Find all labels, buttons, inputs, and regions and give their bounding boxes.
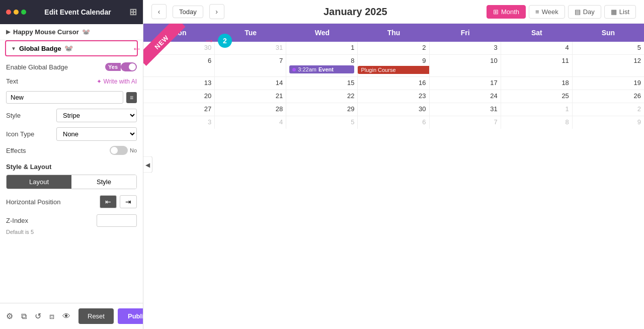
cal-cell-w6d6[interactable]: 8 (501, 116, 573, 129)
cal-cell-w1d7[interactable]: 5 (573, 42, 644, 54)
plugin-label: ▶ Happy Mouse Cursor 🐭 (0, 24, 143, 40)
date-8b: 8 (504, 118, 569, 126)
cal-cell-w4d2[interactable]: 21 (215, 90, 286, 103)
publish-button[interactable]: Publish (118, 308, 143, 324)
cal-cell-w2d6[interactable]: 11 (501, 55, 573, 76)
prev-month-btn[interactable]: ‹ (151, 4, 167, 19)
cal-cell-w1d5[interactable]: 3 (430, 42, 501, 54)
view-month-btn[interactable]: ⊞ Month (487, 5, 526, 19)
preview-icon[interactable]: 👁 (62, 312, 70, 321)
view-week-label: Week (542, 8, 558, 16)
cal-cell-w4d6[interactable]: 25 (501, 90, 573, 103)
cal-cell-w3d5[interactable]: 17 (430, 77, 501, 90)
cal-cell-w6d5[interactable]: 7 (430, 116, 501, 129)
calendar-week-4: 20 21 22 23 24 25 26 (143, 90, 644, 103)
date-3b: 3 (146, 118, 211, 126)
grid-icon[interactable]: ⊞ (129, 7, 137, 18)
calendar-week-1: 30 31 1 2 3 4 5 (143, 42, 644, 55)
view-list-btn[interactable]: ▦ List (604, 5, 636, 19)
style-label: Style (6, 112, 21, 119)
event-plugin-course[interactable]: Plugin Course (358, 66, 429, 74)
duplicate-icon[interactable]: ⧈ (49, 312, 54, 321)
cal-cell-w5d4[interactable]: 30 (358, 103, 429, 116)
cal-cell-w3d2[interactable]: 14 (215, 77, 286, 90)
history-icon[interactable]: ↺ (35, 311, 41, 321)
cal-cell-w2d7[interactable]: 12 (573, 55, 644, 76)
tab-style[interactable]: Style (71, 175, 136, 189)
collapse-panel-tab[interactable]: ◀ (143, 156, 152, 173)
layers-icon[interactable]: ⧉ (21, 312, 27, 321)
date-12: 12 (576, 57, 641, 64)
text-align-icon[interactable]: ≡ (126, 92, 137, 103)
align-left-btn[interactable]: ⇤ (100, 195, 117, 208)
today-btn[interactable]: Today (173, 6, 203, 18)
cal-cell-w5d2[interactable]: 28 (215, 103, 286, 116)
plugin-emoji: 🐭 (82, 28, 90, 36)
day-fri: Fri (430, 24, 501, 42)
cal-cell-w1d1[interactable]: 30 (143, 42, 215, 54)
cal-cell-w6d3[interactable]: 5 (286, 116, 358, 129)
dot-green[interactable] (21, 10, 26, 15)
cal-cell-w4d1[interactable]: 20 (143, 90, 215, 103)
date-25: 25 (504, 92, 569, 100)
event-time: 3:22am (298, 66, 316, 72)
cal-cell-w2d4[interactable]: 9 Plugin Course (358, 55, 429, 76)
icon-type-label: Icon Type (6, 130, 34, 138)
next-month-btn[interactable]: › (209, 4, 224, 19)
badge-text-input[interactable] (6, 91, 123, 104)
section-header[interactable]: ▼ Global Badge 🐭 (5, 40, 138, 56)
section-title: Global Badge (19, 45, 61, 52)
dot-yellow[interactable] (14, 10, 19, 15)
toggle-switch[interactable] (121, 62, 137, 71)
dot-red[interactable] (6, 10, 11, 15)
event-label: Event (318, 66, 334, 72)
zindex-label: Z-Index (6, 217, 28, 224)
cal-cell-w4d4[interactable]: 23 (358, 90, 429, 103)
date-18: 18 (504, 79, 569, 87)
cal-cell-w5d3[interactable]: 29 (286, 103, 358, 116)
enable-global-badge-row: Enable Global Badge Yes (6, 62, 137, 71)
cal-cell-w3d4[interactable]: 16 (358, 77, 429, 90)
cal-cell-w4d5[interactable]: 24 (430, 90, 501, 103)
cal-cell-w4d7[interactable]: 26 (573, 90, 644, 103)
cal-cell-w4d3[interactable]: 22 (286, 90, 358, 103)
cal-cell-w6d1[interactable]: 3 (143, 116, 215, 129)
date-22: 22 (289, 92, 354, 100)
cal-cell-w3d6[interactable]: 18 (501, 77, 573, 90)
cal-cell-w6d7[interactable]: 9 (573, 116, 644, 129)
cal-cell-w2d1[interactable]: 6 (143, 55, 215, 76)
section-header-left: ▼ Global Badge 🐭 (11, 44, 73, 52)
cal-cell-w5d7[interactable]: 2 (573, 103, 644, 116)
cal-cell-w1d3[interactable]: 1 (286, 42, 358, 54)
cal-cell-w1d6[interactable]: 4 (501, 42, 573, 54)
icon-type-select[interactable]: None Star Check Arrow (56, 127, 137, 141)
cal-cell-w5d5[interactable]: 31 (430, 103, 501, 116)
cal-cell-w2d3[interactable]: 8 3:22am Event (286, 55, 358, 76)
date-2b: 2 (576, 105, 641, 113)
date-1: 1 (289, 44, 354, 51)
settings-icon[interactable]: ⚙ (6, 311, 13, 321)
cal-cell-w1d2[interactable]: 31 (215, 42, 286, 54)
reset-button[interactable]: Reset (78, 308, 114, 324)
date-4b: 4 (218, 118, 283, 126)
cal-cell-w1d4[interactable]: 2 (358, 42, 429, 54)
style-select[interactable]: Stripe Solid Outline (56, 109, 137, 122)
cal-cell-w5d6[interactable]: 1 (501, 103, 573, 116)
event-3-22am[interactable]: 3:22am Event (289, 65, 354, 73)
cal-cell-w3d3[interactable]: 15 (286, 77, 358, 90)
view-week-btn[interactable]: ≡ Week (529, 5, 565, 19)
cal-cell-w6d2[interactable]: 4 (215, 116, 286, 129)
zindex-input[interactable] (97, 214, 137, 227)
enable-toggle[interactable]: Yes (105, 62, 137, 71)
cal-cell-w3d7[interactable]: 19 (573, 77, 644, 90)
cal-cell-w2d2[interactable]: 7 (215, 55, 286, 76)
write-with-ai-btn[interactable]: ✦ Write with AI (97, 78, 137, 85)
cal-cell-w5d1[interactable]: 27 (143, 103, 215, 116)
align-right-btn[interactable]: ⇥ (120, 195, 137, 208)
cal-cell-w6d4[interactable]: 6 (358, 116, 429, 129)
cal-cell-w3d1[interactable]: 13 (143, 77, 215, 90)
effects-toggle[interactable] (110, 146, 128, 155)
view-day-btn[interactable]: ▤ Day (568, 5, 601, 19)
cal-cell-w2d5[interactable]: 10 (430, 55, 501, 76)
tab-layout[interactable]: Layout (7, 175, 71, 189)
